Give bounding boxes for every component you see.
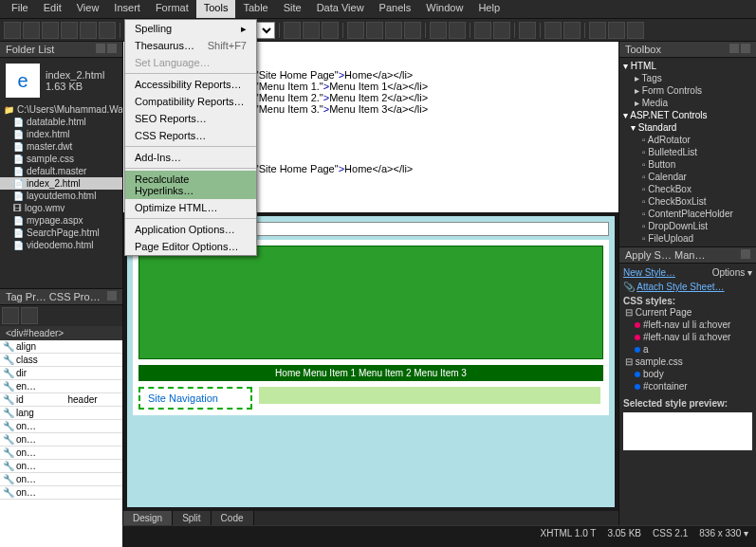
tree-item[interactable]: 📄master.dwt	[0, 140, 122, 153]
tree-item[interactable]: 📄mypage.aspx	[0, 214, 122, 227]
italic-button[interactable]	[303, 22, 320, 39]
indent-button[interactable]	[493, 22, 510, 39]
tree-item[interactable]: 📄sample.css	[0, 153, 122, 165]
view-tab-design[interactable]: Design	[123, 511, 173, 525]
menu-insert[interactable]: Insert	[106, 0, 148, 18]
tab-apply-styles[interactable]: Apply S…	[625, 249, 672, 261]
toolbox-section[interactable]: ▾ HTML	[621, 60, 754, 72]
menu-file[interactable]: File	[4, 0, 36, 18]
property-row[interactable]: 🔧dir	[0, 367, 122, 380]
menuitem-page-editor-options[interactable]: Page Editor Options…	[125, 238, 256, 255]
menu-window[interactable]: Window	[418, 0, 470, 18]
toolbox-item[interactable]: ▫ Calendar	[621, 171, 754, 183]
panel-pin-icon[interactable]	[729, 44, 739, 53]
menuitem-add-ins[interactable]: Add-Ins…	[125, 149, 256, 166]
preview-content-area[interactable]	[259, 387, 600, 404]
tab-manage-styles[interactable]: Man…	[674, 249, 705, 261]
attach-stylesheet-link[interactable]: Attach Style Sheet…	[636, 282, 724, 292]
property-row[interactable]: 🔧idheader	[0, 393, 122, 407]
property-row[interactable]: 🔧lang	[0, 407, 122, 420]
tab-tag-properties[interactable]: Tag Pr…	[6, 291, 46, 302]
menuitem-recalculate-hyperlinks[interactable]: Recalculate Hyperlinks…	[125, 171, 256, 199]
property-row[interactable]: 🔧en…	[0, 380, 122, 393]
property-row[interactable]: 🔧on…	[0, 433, 122, 447]
menuitem-seo-reports[interactable]: SEO Reports…	[125, 110, 256, 127]
site-navigation-box[interactable]: Site Navigation	[138, 387, 252, 410]
options-dropdown[interactable]: Options ▾	[712, 267, 752, 278]
tree-item[interactable]: 📄datatable.html	[0, 116, 122, 128]
menuitem-compatibility-reports[interactable]: Compatibility Reports…	[125, 93, 256, 110]
toolbox-item[interactable]: ▸ Media	[621, 97, 754, 109]
font-color-button[interactable]	[563, 22, 581, 39]
menuitem-optimize-html[interactable]: Optimize HTML…	[125, 199, 256, 216]
panel-close-icon[interactable]	[107, 44, 117, 53]
tree-item[interactable]: 📄layoutdemo.html	[0, 190, 122, 202]
toolbox-item[interactable]: ▫ DropDownList	[621, 220, 754, 232]
tab-css-properties[interactable]: CSS Pro…	[49, 291, 101, 302]
toolbox-item[interactable]: ▫ CheckBox	[621, 183, 754, 195]
toolbar-button[interactable]	[4, 22, 21, 39]
list-number-button[interactable]	[449, 22, 466, 39]
tag-property-grid[interactable]: 🔧align🔧class🔧dir🔧en…🔧idheader🔧lang🔧on…🔧o…	[0, 340, 122, 547]
toolbox-section[interactable]: ▾ Standard	[621, 121, 754, 134]
property-row[interactable]: 🔧on…	[0, 473, 122, 486]
file-thumbnail[interactable]: e	[6, 64, 40, 98]
tree-item[interactable]: 🎞logo.wmv	[0, 202, 122, 214]
tree-root[interactable]: 📁C:\Users\Muhammad.Waqas	[0, 103, 122, 116]
menu-view[interactable]: View	[69, 0, 107, 18]
tree-item[interactable]: 📄videodemo.html	[0, 239, 122, 251]
menuitem-css-reports[interactable]: CSS Reports…	[125, 127, 256, 144]
property-row[interactable]: 🔧on…	[0, 460, 122, 473]
menu-table[interactable]: Table	[235, 0, 275, 18]
menuitem-spelling[interactable]: Spelling▸	[125, 20, 256, 37]
highlight-button[interactable]	[544, 22, 562, 39]
toolbox-item[interactable]: ▫ CheckBoxList	[621, 195, 754, 208]
new-style-link[interactable]: New Style…	[623, 267, 675, 278]
toolbar-button[interactable]	[99, 22, 116, 39]
preview-nav[interactable]: Home Menu Item 1 Menu Item 2 Menu Item 3	[138, 365, 603, 381]
property-row[interactable]: 🔧on…	[0, 447, 122, 460]
panel-pin-icon[interactable]	[96, 44, 105, 53]
toolbar-button[interactable]	[589, 22, 606, 39]
bold-button[interactable]	[284, 22, 301, 39]
property-row[interactable]: 🔧align	[0, 340, 122, 354]
tree-item[interactable]: 📄index.html	[0, 128, 122, 140]
toolbox-item[interactable]: ▫ BulletedList	[621, 146, 754, 158]
css-rule[interactable]: #left-nav ul li a:hover	[623, 319, 752, 331]
menu-tools[interactable]: Tools	[196, 0, 236, 18]
tag-panel-button[interactable]	[2, 307, 19, 324]
toolbar-button[interactable]	[61, 22, 78, 39]
toolbar-button[interactable]	[80, 22, 97, 39]
border-button[interactable]	[519, 22, 536, 39]
menuitem-thesaurus[interactable]: Thesaurus…Shift+F7	[125, 37, 256, 54]
css-group[interactable]: ⊟ sample.css	[623, 356, 752, 368]
view-tab-split[interactable]: Split	[173, 511, 211, 525]
menu-data-view[interactable]: Data View	[309, 0, 372, 18]
tree-item[interactable]: 📄index_2.html	[0, 177, 122, 190]
menu-edit[interactable]: Edit	[36, 0, 69, 18]
underline-button[interactable]	[322, 22, 339, 39]
panel-close-icon[interactable]	[741, 249, 750, 259]
property-row[interactable]: 🔧on…	[0, 420, 122, 433]
toolbar-button[interactable]	[42, 22, 59, 39]
status-css[interactable]: CSS 2.1	[653, 528, 688, 540]
menu-help[interactable]: Help	[470, 0, 507, 18]
tag-panel-button[interactable]	[21, 307, 38, 324]
toolbox-item[interactable]: ▸ Form Controls	[621, 84, 754, 97]
design-view[interactable]: div#header Home Menu Item 1 Menu Item 2 …	[123, 212, 618, 511]
property-row[interactable]: 🔧on…	[0, 486, 122, 500]
css-rule[interactable]: #left-nav ul li a:hover	[623, 331, 752, 343]
toolbox-item[interactable]: ▫ FileUpload	[621, 232, 754, 245]
menu-site[interactable]: Site	[276, 0, 309, 18]
toolbox-section[interactable]: ▾ ASP.NET Controls	[621, 109, 754, 121]
tree-item[interactable]: 📄default.master	[0, 165, 122, 177]
view-tab-code[interactable]: Code	[212, 511, 254, 525]
menuitem-application-options[interactable]: Application Options…	[125, 221, 256, 238]
align-justify-button[interactable]	[404, 22, 421, 39]
css-rule[interactable]: body	[623, 368, 752, 380]
list-bullet-button[interactable]	[430, 22, 447, 39]
tree-item[interactable]: 📄SearchPage.html	[0, 227, 122, 239]
preview-header[interactable]	[138, 246, 603, 359]
toolbox-item[interactable]: ▸ Tags	[621, 72, 754, 84]
toolbox-item[interactable]: ▫ AdRotator	[621, 134, 754, 146]
